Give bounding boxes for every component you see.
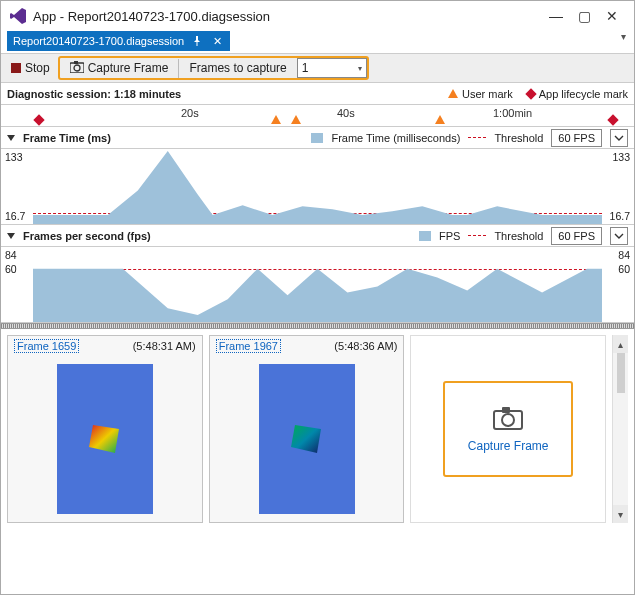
frame-time-header: Frame Time (ms) Frame Time (milliseconds… <box>1 127 634 149</box>
timeline-ruler[interactable]: 20s 40s 1:00min <box>1 105 634 127</box>
session-duration-label: Diagnostic session: 1:18 minutes <box>7 88 181 100</box>
y-label: 133 <box>5 151 23 163</box>
fps-chart[interactable]: 84 84 60 60 <box>1 247 634 323</box>
capture-toolbar-highlight: Capture Frame Frames to capture 1 ▾ <box>58 56 369 80</box>
frame-time: (5:48:31 AM) <box>133 340 196 352</box>
vertical-scrollbar[interactable]: ▴ ▾ <box>612 335 628 523</box>
lifecycle-mark-legend: App lifecycle mark <box>527 88 628 100</box>
close-button[interactable]: ✕ <box>598 2 626 30</box>
frames-to-capture-label: Frames to capture <box>179 59 296 77</box>
y-label: 16.7 <box>610 210 630 222</box>
capture-frame-label: Capture Frame <box>88 61 169 75</box>
fps-title: Frames per second (fps) <box>23 230 151 242</box>
frames-to-capture-value: 1 <box>302 61 309 75</box>
y-label: 60 <box>618 263 630 275</box>
user-mark <box>271 115 281 124</box>
series-label: FPS <box>439 230 460 242</box>
y-label: 133 <box>612 151 630 163</box>
document-tab-row: Report20140723-1700.diagsession ✕ ▾ <box>1 31 634 53</box>
stop-icon <box>11 63 21 73</box>
lifecycle-mark <box>607 114 618 125</box>
frame-name[interactable]: Frame 1967 <box>216 339 281 353</box>
series-label: Frame Time (milliseconds) <box>331 132 460 144</box>
frame-thumbnail <box>259 364 355 514</box>
captured-frames-panel: Frame 1659 (5:48:31 AM) Frame 1967 (5:48… <box>1 329 634 529</box>
close-tab-icon[interactable]: ✕ <box>210 34 224 48</box>
ruler-tick-label: 20s <box>181 107 199 119</box>
document-tab-label: Report20140723-1700.diagsession <box>13 35 184 47</box>
diamond-icon <box>525 88 536 99</box>
y-label: 84 <box>5 249 17 261</box>
pin-icon[interactable] <box>190 34 204 48</box>
capture-frame-tile-label: Capture Frame <box>468 439 549 453</box>
frame-time-chart[interactable]: 133 133 16.7 16.7 <box>1 149 634 225</box>
collapse-icon[interactable] <box>7 135 15 141</box>
triangle-icon <box>448 89 458 98</box>
svg-point-1 <box>74 65 80 71</box>
ruler-tick-label: 40s <box>337 107 355 119</box>
threshold-label: Threshold <box>494 230 543 242</box>
lifecycle-mark <box>33 114 44 125</box>
scroll-down-icon[interactable]: ▾ <box>613 505 628 523</box>
toolbar: Stop Capture Frame Frames to capture 1 ▾ <box>1 53 634 83</box>
fps-dropdown-button[interactable] <box>610 129 628 147</box>
svg-marker-3 <box>89 425 119 453</box>
threshold-label: Threshold <box>494 132 543 144</box>
frame-time-title: Frame Time (ms) <box>23 132 111 144</box>
capture-frame-tile[interactable]: Capture Frame <box>410 335 606 523</box>
scroll-up-icon[interactable]: ▴ <box>613 335 628 353</box>
series-swatch <box>311 133 323 143</box>
tab-overflow-icon[interactable]: ▾ <box>621 31 626 42</box>
svg-marker-4 <box>291 425 321 453</box>
frame-thumbnail-card[interactable]: Frame 1659 (5:48:31 AM) <box>7 335 203 523</box>
y-label: 84 <box>618 249 630 261</box>
user-mark-legend: User mark <box>448 88 513 100</box>
user-mark <box>435 115 445 124</box>
minimize-button[interactable]: — <box>542 2 570 30</box>
capture-frame-button[interactable]: Capture Frame <box>60 59 180 78</box>
maximize-button[interactable]: ▢ <box>570 2 598 30</box>
threshold-swatch <box>468 235 486 236</box>
stop-button[interactable]: Stop <box>7 59 54 77</box>
frame-thumbnail <box>57 364 153 514</box>
threshold-swatch <box>468 137 486 138</box>
frame-name[interactable]: Frame 1659 <box>14 339 79 353</box>
frames-to-capture-input[interactable]: 1 ▾ <box>297 58 367 78</box>
fps-selector[interactable]: 60 FPS <box>551 129 602 147</box>
svg-rect-2 <box>74 61 78 64</box>
frame-time: (5:48:36 AM) <box>334 340 397 352</box>
series-swatch <box>419 231 431 241</box>
vs-logo-icon <box>9 7 27 25</box>
fps-selector[interactable]: 60 FPS <box>551 227 602 245</box>
session-info-row: Diagnostic session: 1:18 minutes User ma… <box>1 83 634 105</box>
frame-thumbnail-card[interactable]: Frame 1967 (5:48:36 AM) <box>209 335 405 523</box>
titlebar: App - Report20140723-1700.diagsession — … <box>1 1 634 31</box>
collapse-icon[interactable] <box>7 233 15 239</box>
fps-header: Frames per second (fps) FPS Threshold 60… <box>1 225 634 247</box>
ruler-tick-label: 1:00min <box>493 107 532 119</box>
scroll-thumb[interactable] <box>617 353 625 393</box>
y-label: 60 <box>5 263 17 275</box>
svg-point-6 <box>502 414 514 426</box>
camera-icon <box>70 61 84 76</box>
camera-icon <box>493 406 523 433</box>
user-mark <box>291 115 301 124</box>
document-tab[interactable]: Report20140723-1700.diagsession ✕ <box>7 31 230 51</box>
svg-rect-7 <box>502 407 510 413</box>
fps-dropdown-button[interactable] <box>610 227 628 245</box>
chevron-down-icon: ▾ <box>358 64 362 73</box>
y-label: 16.7 <box>5 210 25 222</box>
stop-label: Stop <box>25 61 50 75</box>
window-title: App - Report20140723-1700.diagsession <box>33 9 270 24</box>
